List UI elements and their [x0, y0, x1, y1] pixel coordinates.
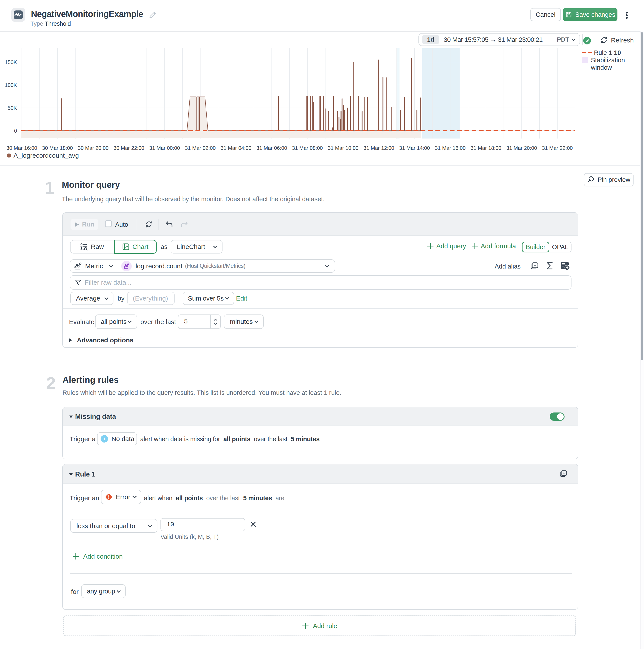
svg-text:30 Mar 22:00: 30 Mar 22:00	[113, 145, 144, 151]
svg-text:31 Mar 04:00: 31 Mar 04:00	[221, 145, 251, 151]
svg-text:30 Mar 16:00: 30 Mar 16:00	[6, 145, 37, 151]
svg-text:30 Mar 20:00: 30 Mar 20:00	[78, 145, 108, 151]
svg-text:31 Mar 16:00: 31 Mar 16:00	[435, 145, 465, 151]
svg-text:150K: 150K	[5, 59, 17, 65]
svg-text:30 Mar 18:00: 30 Mar 18:00	[42, 145, 73, 151]
svg-text:31 Mar 14:00: 31 Mar 14:00	[399, 145, 430, 151]
svg-text:31 Mar 06:00: 31 Mar 06:00	[256, 145, 287, 151]
svg-text:31 Mar 12:00: 31 Mar 12:00	[363, 145, 394, 151]
svg-text:31 Mar 20:00: 31 Mar 20:00	[506, 145, 537, 151]
svg-text:100K: 100K	[5, 82, 17, 88]
svg-text:31 Mar 00:00: 31 Mar 00:00	[149, 145, 180, 151]
svg-text:31 Mar 08:00: 31 Mar 08:00	[292, 145, 323, 151]
svg-text:31 Mar 10:00: 31 Mar 10:00	[328, 145, 358, 151]
svg-text:A_logrecordcount_avg: A_logrecordcount_avg	[13, 152, 79, 159]
svg-text:31 Mar 22:00: 31 Mar 22:00	[542, 145, 572, 151]
svg-text:50K: 50K	[8, 105, 17, 111]
svg-text:31 Mar 02:00: 31 Mar 02:00	[185, 145, 216, 151]
svg-text:31 Mar 18:00: 31 Mar 18:00	[470, 145, 501, 151]
svg-text:0: 0	[14, 128, 17, 134]
